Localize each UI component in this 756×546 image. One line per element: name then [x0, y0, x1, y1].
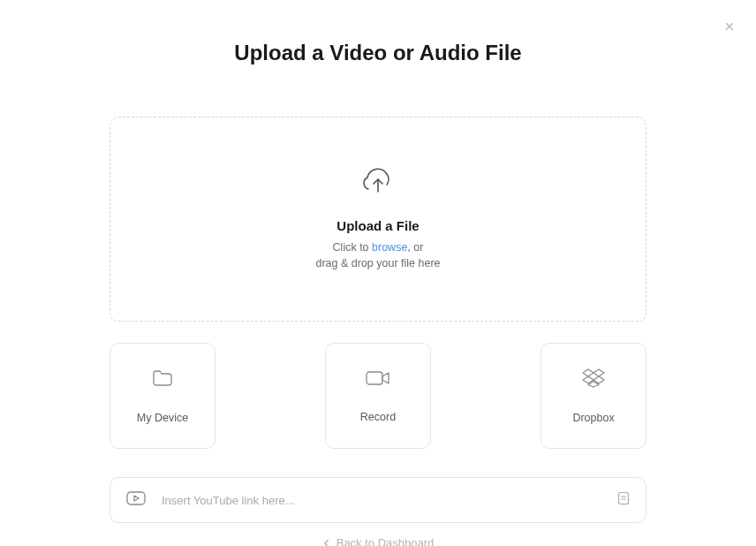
- cloud-upload-icon: [360, 167, 396, 197]
- svg-rect-5: [619, 493, 629, 504]
- video-camera-icon: [365, 368, 391, 391]
- close-icon: [723, 20, 736, 33]
- dropzone-subtitle: Click to browse, or drag & drop your fil…: [315, 240, 440, 271]
- clipboard-icon: [617, 491, 630, 505]
- close-button[interactable]: [722, 19, 737, 34]
- dropzone-title: Upload a File: [336, 218, 419, 233]
- back-to-dashboard-link[interactable]: Back to Dashboard: [322, 536, 435, 546]
- upload-modal: Upload a Video or Audio File Upload a Fi…: [0, 0, 756, 546]
- option-label: Dropbox: [572, 412, 614, 424]
- modal-title: Upload a Video or Audio File: [0, 41, 756, 65]
- upload-dropzone[interactable]: Upload a File Click to browse, or drag &…: [110, 117, 646, 322]
- youtube-link-input[interactable]: [162, 494, 601, 507]
- svg-rect-3: [367, 372, 382, 384]
- subtitle-suffix: , or: [407, 241, 423, 254]
- subtitle-line2: drag & drop your file here: [315, 257, 440, 269]
- record-option[interactable]: Record: [325, 343, 431, 449]
- source-options: My Device Record: [110, 343, 646, 449]
- dropbox-option[interactable]: Dropbox: [541, 343, 646, 449]
- back-label: Back to Dashboard: [336, 536, 435, 546]
- browse-link[interactable]: browse: [372, 241, 407, 254]
- subtitle-prefix: Click to: [333, 241, 372, 254]
- chevron-left-icon: [322, 539, 331, 547]
- svg-rect-4: [127, 492, 145, 504]
- youtube-link-row: [110, 477, 646, 523]
- option-label: Record: [360, 411, 396, 423]
- my-device-option[interactable]: My Device: [110, 343, 215, 449]
- paste-button[interactable]: [617, 491, 630, 509]
- option-label: My Device: [137, 412, 188, 424]
- content-wrapper: Upload a File Click to browse, or drag &…: [110, 117, 646, 523]
- youtube-icon: [126, 491, 146, 509]
- dropbox-icon: [581, 368, 606, 392]
- folder-icon: [151, 368, 174, 392]
